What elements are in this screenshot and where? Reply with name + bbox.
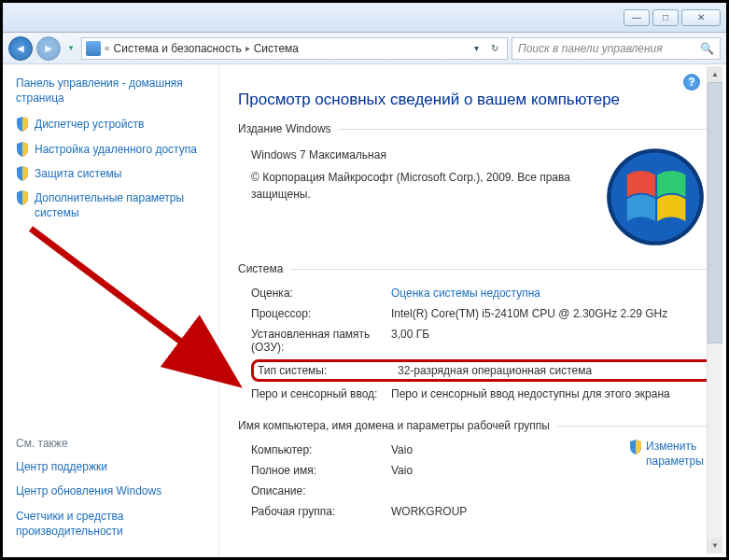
- scroll-up-button[interactable]: ▲: [708, 66, 722, 82]
- control-panel-icon: [86, 41, 101, 56]
- breadcrumb[interactable]: « Система и безопасность ▸ Система ▾ ↻: [81, 37, 508, 60]
- main-panel: ? Просмотр основных сведений о вашем ком…: [219, 64, 726, 557]
- edition-legend: Издание Windows: [238, 122, 339, 135]
- shield-icon: [629, 440, 642, 455]
- row-workgroup: Рабочая группа: WORKGROUP: [251, 501, 629, 522]
- windows-logo-icon: [605, 147, 706, 247]
- row-ram: Установленная память (ОЗУ): 3,00 ГБ: [251, 324, 713, 357]
- shield-icon: [16, 190, 29, 205]
- sidebar-item-label: Диспетчер устройств: [35, 117, 144, 132]
- windows-edition: Windows 7 Максимальная: [251, 147, 592, 163]
- highlighted-system-type: Тип системы: 32-разрядная операционная с…: [251, 359, 713, 382]
- refresh-icon[interactable]: ↻: [486, 40, 503, 57]
- shield-icon: [16, 142, 29, 157]
- minimize-button[interactable]: —: [624, 9, 650, 26]
- sidebar-item-label: Дополнительные параметры системы: [35, 190, 209, 220]
- sidebar-item-label: Защита системы: [35, 166, 121, 181]
- search-input[interactable]: Поиск в панели управления 🔍: [512, 37, 721, 60]
- bc-part-security[interactable]: Система и безопасность: [114, 42, 242, 55]
- seealso-windows-update[interactable]: Центр обновления Windows: [16, 483, 209, 498]
- sidebar-home-link[interactable]: Панель управления - домашняя страница: [16, 76, 209, 105]
- titlebar: — □ ✕: [3, 3, 726, 33]
- row-description: Описание:: [251, 481, 629, 501]
- seealso-action-center[interactable]: Центр поддержки: [16, 459, 209, 474]
- bc-prefix: «: [105, 43, 110, 53]
- copyright-text: © Корпорация Майкрософт (Microsoft Corp.…: [251, 169, 592, 203]
- computer-legend: Имя компьютера, имя домена и параметры р…: [238, 419, 557, 432]
- vertical-scrollbar[interactable]: ▲ ▼: [707, 66, 722, 553]
- sidebar-item-remote[interactable]: Настройка удаленного доступа: [16, 142, 209, 157]
- see-also-heading: См. также: [16, 437, 209, 450]
- change-settings-link[interactable]: Изменить параметры: [629, 440, 713, 522]
- bc-dropdown-icon[interactable]: ▾: [468, 40, 484, 57]
- toolbar: ◄ ► ▼ « Система и безопасность ▸ Система…: [3, 33, 726, 64]
- page-title: Просмотр основных сведений о вашем компь…: [238, 91, 713, 109]
- shield-icon: [16, 117, 29, 132]
- shield-icon: [16, 166, 29, 181]
- computer-name-section: Имя компьютера, имя домена и параметры р…: [238, 419, 713, 531]
- bc-part-system[interactable]: Система: [254, 42, 299, 55]
- bc-sep-icon: ▸: [245, 43, 250, 53]
- scroll-down-button[interactable]: ▼: [708, 538, 722, 553]
- help-icon[interactable]: ?: [683, 74, 700, 91]
- row-computer: Компьютер: Vaio: [251, 440, 629, 460]
- sidebar-item-advanced[interactable]: Дополнительные параметры системы: [16, 190, 209, 220]
- row-pen: Перо и сенсорный ввод: Перо и сенсорный …: [251, 384, 713, 404]
- row-processor: Процессор: Intel(R) Core(TM) i5-2410M CP…: [251, 303, 713, 324]
- scroll-thumb[interactable]: [708, 82, 722, 343]
- sidebar: Панель управления - домашняя страница Ди…: [3, 64, 219, 557]
- nav-forward-button[interactable]: ►: [36, 36, 61, 61]
- search-icon: 🔍: [700, 42, 714, 55]
- system-legend: Система: [238, 262, 290, 275]
- maximize-button[interactable]: □: [652, 9, 679, 26]
- seealso-perf-tools[interactable]: Счетчики и средства производительности: [16, 509, 209, 539]
- sidebar-item-label: Настройка удаленного доступа: [35, 142, 197, 157]
- sidebar-item-device-manager[interactable]: Диспетчер устройств: [16, 117, 209, 132]
- see-also-section: См. также Центр поддержки Центр обновлен…: [16, 424, 209, 548]
- rating-link[interactable]: Оценка системы недоступна: [391, 287, 713, 300]
- search-placeholder: Поиск в панели управления: [518, 42, 663, 55]
- nav-back-button[interactable]: ◄: [8, 36, 33, 61]
- system-section: Система Оценка: Оценка системы недоступн…: [238, 262, 713, 413]
- edition-section: Издание Windows Windows 7 Максимальная ©…: [238, 122, 713, 257]
- close-button[interactable]: ✕: [681, 9, 721, 26]
- row-fullname: Полное имя: Vaio: [251, 460, 629, 481]
- sidebar-item-protection[interactable]: Защита системы: [16, 166, 209, 181]
- row-rating: Оценка: Оценка системы недоступна: [251, 283, 713, 303]
- nav-history-dropdown[interactable]: ▼: [64, 38, 77, 59]
